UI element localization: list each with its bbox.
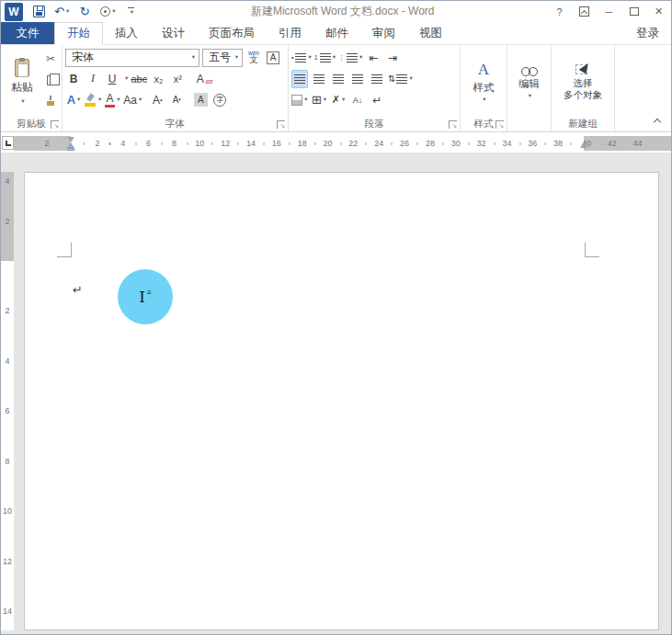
chevron-down-icon[interactable]: ▾ <box>304 96 307 103</box>
minimize-button[interactable]: ─ <box>597 1 621 22</box>
bold-button[interactable]: B <box>65 70 82 88</box>
multilevel-list-button[interactable]: ⋮▾ <box>338 49 362 67</box>
tab-mailings[interactable]: 邮件 <box>313 22 360 44</box>
enclose-characters-button[interactable]: 字 <box>211 91 228 109</box>
ribbon-spacer <box>615 45 671 131</box>
font-size-combobox[interactable]: 五号▾ <box>202 49 243 67</box>
sort-button[interactable]: A↓ <box>349 91 366 109</box>
increase-indent-button[interactable]: ⇥ <box>384 49 401 67</box>
save-button[interactable] <box>31 4 46 20</box>
font-color-button[interactable]: A▾ <box>104 91 120 109</box>
cut-button[interactable]: ✂ <box>41 50 60 68</box>
styles-dialog-launcher[interactable]: ↘ <box>495 120 504 129</box>
underline-button[interactable]: U <box>104 70 120 88</box>
chevron-down-icon[interactable]: ▾ <box>139 96 142 103</box>
shading-button[interactable]: ▾ <box>291 91 308 109</box>
tab-review[interactable]: 审阅 <box>360 22 407 44</box>
bullets-button[interactable]: •▾ <box>291 49 312 67</box>
chevron-down-icon[interactable]: ▾ <box>117 96 120 103</box>
shrink-font-button[interactable]: A▾ <box>168 91 185 109</box>
format-painter-button[interactable] <box>41 92 60 110</box>
right-indent-marker[interactable] <box>580 142 587 148</box>
horizontal-ruler[interactable]: 2 2468101214161820222426283032343638 404… <box>14 136 672 151</box>
clear-formatting-button[interactable]: A <box>196 70 212 88</box>
document-page[interactable]: ↵ I ≡ <box>24 172 659 630</box>
character-border-button[interactable]: A <box>265 49 281 67</box>
align-right-icon <box>333 74 344 84</box>
ruler-number: 28 <box>417 136 443 151</box>
paragraph-group: •▾ 1▾ ⋮▾ ⇤ ⇥ ⇅▾ ▾ ⊞▾ ✗▾ <box>289 45 461 131</box>
font-name-combobox[interactable]: 宋体▾ <box>65 49 199 67</box>
chevron-down-icon[interactable]: ▾ <box>324 96 326 103</box>
grow-font-button[interactable]: A▴ <box>149 91 165 109</box>
chevron-down-icon[interactable]: ▾ <box>342 96 345 103</box>
vertical-ruler[interactable]: 42 2468101214 <box>1 172 14 630</box>
superscript-button[interactable]: x² <box>169 70 186 88</box>
collapse-ribbon-button[interactable] <box>651 115 664 126</box>
window-title: 新建Microsoft Word 文档.docx - Word <box>138 4 547 19</box>
ruler-number: 38 <box>545 136 571 151</box>
chevron-down-icon[interactable]: ▾ <box>98 96 101 103</box>
borders-button[interactable]: ⊞▾ <box>311 91 327 109</box>
character-shading-button[interactable]: A <box>192 91 209 109</box>
chevron-down-icon[interactable]: ▾ <box>232 54 242 61</box>
line-spacing-button[interactable]: ⇅▾ <box>388 70 413 88</box>
decrease-indent-button[interactable]: ⇤ <box>365 49 382 67</box>
asian-layout-button[interactable]: ✗▾ <box>330 91 347 109</box>
chevron-down-icon[interactable]: ▾ <box>409 75 412 82</box>
strikethrough-button[interactable]: abc <box>131 70 147 88</box>
left-indent-marker[interactable] <box>67 148 74 151</box>
tab-page-layout[interactable]: 页面布局 <box>197 22 267 44</box>
copy-button[interactable] <box>41 71 60 89</box>
chevron-down-icon[interactable]: ▾ <box>333 54 336 61</box>
tab-design[interactable]: 设计 <box>150 22 197 44</box>
font-dialog-launcher[interactable]: ↘ <box>277 120 285 129</box>
clipboard-dialog-launcher[interactable]: ↘ <box>51 120 59 129</box>
align-right-button[interactable] <box>330 70 347 88</box>
subscript-button[interactable]: x₂ <box>150 70 166 88</box>
phonetic-guide-button[interactable]: wén文 <box>245 49 262 67</box>
redo-button[interactable]: ↻ <box>77 4 92 20</box>
maximize-button[interactable] <box>621 1 646 22</box>
editing-button[interactable]: 编辑 ▾ <box>510 48 548 116</box>
ruler-number: 16 <box>264 136 290 151</box>
numbering-button[interactable]: 1▾ <box>314 49 336 67</box>
styles-button[interactable]: A 样式 ▾ <box>463 48 504 116</box>
chevron-down-icon: ▾ <box>66 8 69 15</box>
close-button[interactable]: ✕ <box>646 1 671 22</box>
tab-insert[interactable]: 插入 <box>103 22 150 44</box>
help-button[interactable]: ? <box>547 1 572 22</box>
justify-button[interactable] <box>349 70 366 88</box>
chevron-down-icon[interactable]: ▾ <box>188 54 199 61</box>
change-case-button[interactable]: Aa▾ <box>123 91 142 109</box>
distribute-button[interactable] <box>369 70 385 88</box>
tab-home[interactable]: 开始 <box>54 22 103 45</box>
text-effects-button[interactable]: A▾ <box>65 91 82 109</box>
tab-view[interactable]: 视图 <box>407 22 454 44</box>
touch-mouse-mode-button[interactable]: ▾ <box>100 4 115 20</box>
undo-button[interactable]: ↶▾ <box>54 4 69 20</box>
asian-layout-icon: ✗ <box>332 94 340 106</box>
align-center-button[interactable] <box>311 70 327 88</box>
chevron-down-icon[interactable]: ▾ <box>77 96 80 103</box>
select-multiple-objects-button[interactable]: 选择多个对象 <box>554 48 611 116</box>
chevron-down-icon[interactable]: ▾ <box>308 54 311 61</box>
paragraph-dialog-launcher[interactable]: ↘ <box>449 120 457 129</box>
show-marks-button[interactable]: ↵ <box>369 91 385 109</box>
ruler-numbers: 2468101214161820222426283032343638 <box>85 136 571 151</box>
paste-button[interactable]: 粘贴 ▾ <box>6 49 39 115</box>
customize-qat-button[interactable]: ▾ <box>123 4 138 20</box>
tab-stop-selector[interactable] <box>2 136 14 150</box>
text-highlight-button[interactable]: ▾ <box>85 91 101 109</box>
italic-button[interactable]: I <box>85 70 101 88</box>
chevron-down-icon[interactable]: ▾ <box>125 75 128 82</box>
word-logo-icon[interactable]: W <box>5 3 23 21</box>
ribbon-display-options-button[interactable] <box>572 1 597 22</box>
align-left-button[interactable] <box>291 70 308 88</box>
sign-in-button[interactable]: 登录 <box>636 22 671 44</box>
tab-references[interactable]: 引用 <box>267 22 313 44</box>
tab-file[interactable]: 文件 <box>1 22 54 44</box>
quick-access-toolbar: W ↶▾ ↻ ▾ ▾ <box>1 3 138 21</box>
multilevel-icon: ⋮ <box>338 54 345 62</box>
chevron-down-icon[interactable]: ▾ <box>359 54 362 61</box>
